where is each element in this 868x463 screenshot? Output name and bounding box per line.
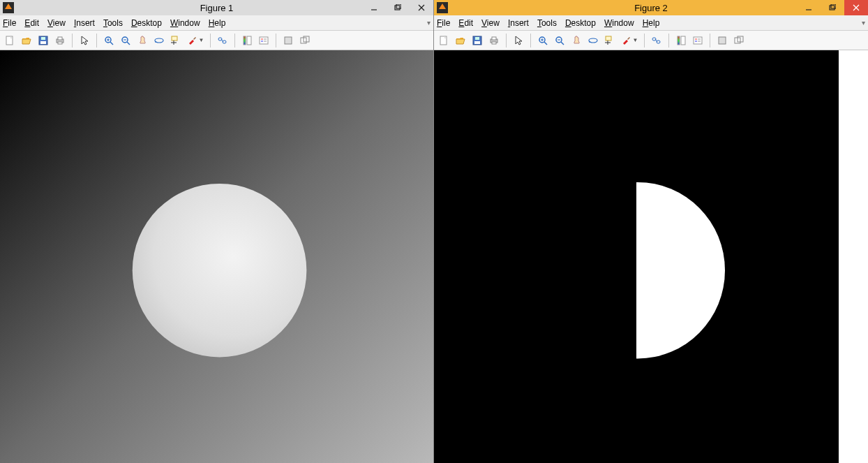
rotate3d-button[interactable]	[586, 34, 600, 47]
restore-button[interactable]	[821, 0, 844, 15]
menu-help[interactable]: Help	[643, 18, 660, 28]
pan-button[interactable]	[569, 34, 583, 47]
menu-desktop[interactable]: Desktop	[565, 18, 596, 28]
legend-button[interactable]	[691, 34, 705, 47]
save-button[interactable]	[470, 34, 484, 47]
dock-button[interactable]	[715, 34, 729, 47]
zoom-in-button[interactable]	[536, 34, 550, 47]
svg-line-14	[110, 42, 113, 45]
undock-button[interactable]	[298, 34, 312, 47]
svg-rect-67	[681, 36, 685, 45]
close-button[interactable]	[410, 0, 433, 15]
menu-overflow-icon[interactable]: ▾	[862, 19, 865, 27]
zoom-out-button[interactable]	[119, 34, 133, 47]
svg-rect-8	[40, 41, 46, 44]
minimize-button[interactable]	[797, 0, 821, 15]
svg-rect-50	[492, 37, 496, 40]
svg-rect-47	[474, 41, 480, 44]
svg-rect-11	[58, 37, 62, 40]
menubar: File Edit View Insert Tools Desktop Wind…	[434, 15, 868, 31]
svg-rect-66	[678, 36, 680, 45]
svg-line-18	[127, 42, 130, 45]
menu-file[interactable]: File	[3, 18, 16, 28]
menu-window[interactable]: Window	[604, 18, 634, 28]
svg-rect-73	[719, 37, 726, 44]
zoom-out-button[interactable]	[553, 34, 567, 47]
svg-rect-40	[830, 6, 835, 10]
axes-canvas[interactable]	[434, 50, 868, 463]
datacursor-button[interactable]	[169, 34, 183, 47]
new-file-button[interactable]	[437, 34, 451, 47]
legend-button[interactable]	[257, 34, 271, 47]
pointer-button[interactable]	[77, 34, 91, 47]
pan-button[interactable]	[135, 34, 149, 47]
svg-rect-68	[694, 37, 702, 44]
svg-rect-48	[475, 37, 479, 40]
svg-rect-28	[247, 36, 251, 45]
axes-canvas[interactable]	[0, 50, 433, 463]
figure-window-2: Figure 2 File Edit View Insert Tools Des…	[434, 0, 868, 463]
svg-rect-34	[285, 37, 292, 44]
menu-edit[interactable]: Edit	[458, 18, 473, 28]
svg-rect-12	[58, 42, 62, 44]
open-button[interactable]	[454, 34, 467, 47]
toolbar: ▼	[434, 31, 868, 50]
menu-view[interactable]: View	[47, 18, 66, 28]
svg-rect-1	[395, 6, 400, 10]
menu-tools[interactable]: Tools	[537, 18, 557, 28]
brush-button[interactable]: ▼	[186, 34, 205, 47]
svg-line-57	[561, 42, 564, 45]
menu-insert[interactable]: Insert	[508, 18, 529, 28]
new-file-button[interactable]	[3, 34, 17, 47]
svg-rect-9	[41, 37, 45, 40]
pointer-button[interactable]	[511, 34, 525, 47]
menu-tools[interactable]: Tools	[103, 18, 123, 28]
titlebar[interactable]: Figure 1	[0, 0, 433, 15]
dock-button[interactable]	[281, 34, 295, 47]
svg-rect-41	[831, 4, 836, 8]
link-button[interactable]	[216, 34, 230, 47]
menu-file[interactable]: File	[437, 18, 450, 28]
menu-help[interactable]: Help	[209, 18, 226, 28]
menubar: File Edit View Insert Tools Desktop Wind…	[0, 15, 433, 31]
menu-insert[interactable]: Insert	[74, 18, 95, 28]
zoom-in-button[interactable]	[102, 34, 116, 47]
rotate3d-button[interactable]	[152, 34, 166, 47]
titlebar[interactable]: Figure 2	[434, 0, 868, 15]
save-button[interactable]	[36, 34, 50, 47]
undock-button[interactable]	[732, 34, 746, 47]
svg-rect-27	[244, 36, 246, 45]
brush-button[interactable]: ▼	[620, 34, 639, 47]
menu-edit[interactable]: Edit	[24, 18, 39, 28]
colorbar-button[interactable]	[240, 34, 254, 47]
svg-rect-60	[606, 36, 611, 41]
toolbar: ▼	[0, 31, 433, 50]
datacursor-button[interactable]	[603, 34, 617, 47]
menu-window[interactable]: Window	[170, 18, 200, 28]
svg-line-53	[544, 42, 547, 45]
close-button[interactable]	[844, 0, 868, 15]
window-title: Figure 2	[634, 3, 668, 13]
menu-overflow-icon[interactable]: ▾	[427, 19, 431, 27]
matlab-icon	[437, 2, 448, 13]
colorbar-button[interactable]	[674, 34, 688, 47]
minimize-button[interactable]	[362, 0, 386, 15]
matlab-icon	[3, 2, 14, 13]
restore-button[interactable]	[386, 0, 410, 15]
svg-rect-2	[396, 4, 401, 8]
menu-view[interactable]: View	[481, 18, 500, 28]
svg-rect-21	[172, 36, 177, 41]
svg-rect-29	[260, 37, 268, 44]
window-title: Figure 1	[200, 3, 234, 13]
svg-point-38	[133, 184, 307, 358]
svg-rect-51	[492, 42, 496, 44]
link-button[interactable]	[650, 34, 664, 47]
print-button[interactable]	[487, 34, 501, 47]
print-button[interactable]	[53, 34, 67, 47]
menu-desktop[interactable]: Desktop	[131, 18, 162, 28]
figure-window-1: Figure 1 File Edit View Insert Tools Des…	[0, 0, 434, 463]
open-button[interactable]	[20, 34, 33, 47]
